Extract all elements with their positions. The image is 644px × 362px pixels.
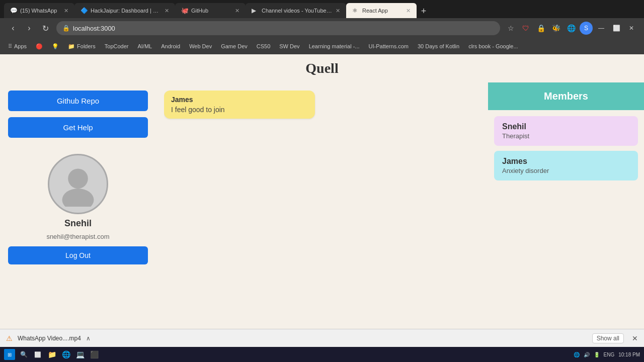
address-text: localhost:3000 (73, 25, 494, 32)
app-title: Quell (305, 60, 338, 76)
tab-label-github: GitHub (191, 8, 208, 14)
svg-point-1 (62, 189, 94, 207)
tab-close-whatsapp[interactable]: ✕ (64, 8, 68, 14)
member-role-james: Anxiety disorder (502, 167, 630, 174)
right-sidebar: Members Snehil Therapist James Anxiety d… (488, 82, 644, 329)
tab-react[interactable]: ⚛ React App ✕ (346, 3, 417, 18)
search-taskbar-icon[interactable]: 🔍 (18, 349, 29, 356)
bookmark-webdev[interactable]: Web Dev (185, 42, 216, 50)
svg-point-0 (68, 168, 88, 189)
download-file-icon: ⚠ (6, 334, 13, 342)
bookmark-apps[interactable]: ⠿Apps (4, 42, 31, 51)
tab-label-youtube: Channel videos - YouTube Studio (262, 8, 333, 14)
user-name: Snehil (64, 218, 92, 229)
member-name-snehil: Snehil (502, 122, 630, 131)
taskbar-left: ⊞ 🔍 ⬜ 📁 🌐 💻 ⬛ (4, 349, 100, 356)
bookmark-star-icon[interactable]: ☆ (504, 22, 517, 35)
bookmark-folders[interactable]: 📁Folders (64, 42, 100, 51)
download-close-icon[interactable]: ✕ (632, 334, 638, 342)
member-card-snehil: Snehil Therapist (494, 116, 638, 146)
folders-icon: 📁 (68, 43, 75, 50)
members-header: Members (488, 82, 644, 110)
bookmarks-bar: ⠿Apps 🔴 💡 📁Folders TopCoder AI/ML Androi… (0, 38, 644, 54)
taskbar-sound-icon: 🔊 (584, 352, 590, 356)
whatsapp-favicon: 💬 (10, 7, 17, 14)
tab-devfolio[interactable]: 🔷 HackJaipur: Dashboard | Devfolio ✕ (74, 3, 175, 18)
extension-icon-1[interactable]: 🛡 (519, 22, 532, 35)
taskbar-network-icon: 🌐 (574, 352, 580, 356)
browser-tabs: 💬 (15) WhatsApp ✕ 🔷 HackJaipur: Dashboar… (0, 0, 644, 18)
forward-button[interactable]: › (22, 21, 36, 35)
member-card-james: James Anxiety disorder (494, 151, 638, 180)
browser-toolbar: ‹ › ↻ 🔒 localhost:3000 ☆ 🛡 🔒 🐝 🌐 S — ⬜ ✕ (0, 18, 644, 38)
user-profile: Snehil snehil@therapist.com Log Out (8, 154, 148, 264)
taskbar-vscode[interactable]: 💻 (74, 349, 86, 356)
red-icon: 🔴 (36, 43, 43, 50)
taskbar: ⊞ 🔍 ⬜ 📁 🌐 💻 ⬛ 🌐 🔊 🔋 ENG 10:18 PM (0, 347, 644, 356)
members-list: Snehil Therapist James Anxiety disorder (488, 110, 644, 187)
bookmark-learning[interactable]: Learning material -... (305, 42, 364, 50)
new-tab-button[interactable]: + (417, 4, 431, 18)
task-view-icon[interactable]: ⬜ (32, 349, 43, 356)
bookmark-red[interactable]: 🔴 (32, 42, 47, 51)
apps-icon: ⠿ (8, 43, 12, 50)
nav-buttons: ‹ › ↻ (6, 21, 52, 35)
bookmark-bulb[interactable]: 💡 (48, 42, 63, 51)
taskbar-time: 10:18 PM (618, 352, 640, 356)
toolbar-icons: ☆ 🛡 🔒 🐝 🌐 S — ⬜ ✕ (504, 22, 638, 35)
tab-whatsapp[interactable]: 💬 (15) WhatsApp ✕ (4, 3, 74, 18)
close-icon[interactable]: ✕ (625, 22, 638, 35)
taskbar-chrome[interactable]: 🌐 (60, 349, 71, 356)
extension-icon-2[interactable]: 🔒 (534, 22, 547, 35)
tab-close-react[interactable]: ✕ (406, 8, 411, 14)
bookmark-android[interactable]: Android (157, 42, 184, 50)
bulb-icon: 💡 (52, 43, 59, 50)
tab-youtube[interactable]: ▶ Channel videos - YouTube Studio ✕ (246, 3, 346, 18)
react-favicon: ⚛ (352, 7, 359, 14)
start-button[interactable]: ⊞ (4, 349, 15, 356)
taskbar-terminal[interactable]: ⬛ (89, 349, 100, 356)
tab-close-devfolio[interactable]: ✕ (165, 8, 169, 14)
get-help-button[interactable]: Get Help (8, 117, 148, 138)
bookmark-gamedev[interactable]: Game Dev (217, 42, 252, 50)
bookmark-uipatterns[interactable]: UI-Patterns.com (365, 42, 413, 50)
tab-close-github[interactable]: ✕ (235, 8, 239, 14)
message-sender-0: James (171, 96, 308, 104)
app-body: Github Repo Get Help Snehil snehil@thera… (0, 82, 644, 329)
github-repo-button[interactable]: Github Repo (8, 90, 148, 111)
app-header: Quell (0, 54, 644, 82)
bookmark-cs50[interactable]: CS50 (253, 42, 275, 50)
user-avatar-icon[interactable]: S (580, 22, 593, 35)
tab-close-youtube[interactable]: ✕ (336, 8, 340, 14)
download-chevron-icon[interactable]: ∧ (86, 335, 91, 342)
bookmark-kotlin[interactable]: 30 Days of Kotlin (414, 42, 463, 50)
bookmark-apps-label: Apps (14, 43, 27, 49)
taskbar-lang: ENG (604, 352, 615, 356)
member-role-snehil: Therapist (502, 132, 630, 140)
taskbar-right: 🌐 🔊 🔋 ENG 10:18 PM (574, 352, 640, 356)
avatar (48, 154, 108, 214)
left-sidebar: Github Repo Get Help Snehil snehil@thera… (0, 82, 156, 329)
tab-github[interactable]: 🐙 GitHub ✕ (175, 3, 246, 18)
message-bubble-0: James I feel good to join (164, 90, 315, 119)
minimize-icon[interactable]: — (595, 22, 608, 35)
refresh-button[interactable]: ↻ (38, 21, 52, 35)
taskbar-explorer[interactable]: 📁 (46, 349, 57, 356)
messages-container: James I feel good to join (164, 90, 480, 321)
address-bar[interactable]: 🔒 localhost:3000 (56, 21, 500, 35)
bookmark-clrs[interactable]: clrs book - Google... (464, 42, 522, 50)
member-name-james: James (502, 157, 630, 166)
back-button[interactable]: ‹ (6, 21, 20, 35)
extension-icon-3[interactable]: 🐝 (549, 22, 562, 35)
maximize-icon[interactable]: ⬜ (610, 22, 623, 35)
avatar-svg (55, 161, 101, 207)
github-favicon: 🐙 (181, 7, 188, 14)
bookmark-swdev[interactable]: SW Dev (275, 42, 303, 50)
extension-icon-4[interactable]: 🌐 (565, 22, 578, 35)
logout-button[interactable]: Log Out (8, 246, 148, 264)
show-all-button[interactable]: Show all (592, 333, 624, 343)
tab-label-devfolio: HackJaipur: Dashboard | Devfolio (91, 8, 162, 14)
bookmark-topcoder[interactable]: TopCoder (101, 42, 133, 50)
lock-icon: 🔒 (62, 25, 70, 32)
bookmark-aiml[interactable]: AI/ML (133, 42, 156, 50)
